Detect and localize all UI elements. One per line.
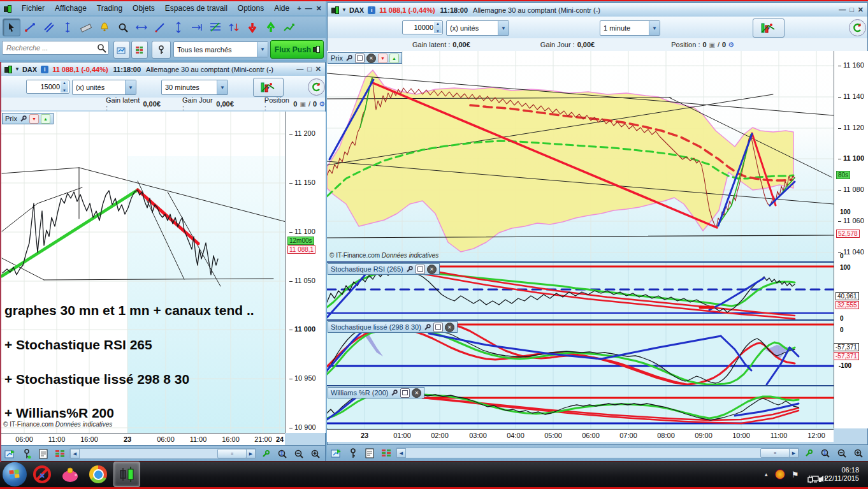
williams-tab[interactable]: Williams %R (200) ✕ xyxy=(328,387,424,398)
chart-style-button[interactable]: ▼ xyxy=(753,18,785,38)
zoom-in-icon[interactable] xyxy=(308,447,322,461)
wrench-icon[interactable] xyxy=(405,265,414,274)
chart-h-scrollbar[interactable]: ◀ ≡ ▶ xyxy=(396,448,799,458)
y-axis-1min[interactable]: 11 16011 14011 12011 10011 08011 06011 0… xyxy=(834,51,868,428)
scroll-left-icon[interactable]: ◀ xyxy=(396,448,406,458)
cursor-tool-button[interactable] xyxy=(3,18,20,36)
info-icon[interactable]: i xyxy=(41,66,48,73)
workspace-list-button[interactable] xyxy=(113,41,130,59)
buy-icon[interactable]: ▲ xyxy=(41,114,50,124)
settings-wrench-icon[interactable] xyxy=(802,446,816,460)
close-icon[interactable]: ✕ xyxy=(445,323,454,332)
parallel-lines-tool-button[interactable] xyxy=(41,19,57,36)
decrement-icon[interactable]: ▼ xyxy=(434,29,442,33)
scrollbar-thumb[interactable]: ≡ xyxy=(217,449,247,458)
key-filter-button[interactable]: ▼ xyxy=(152,41,171,59)
settings-wrench-icon[interactable] xyxy=(259,447,273,461)
zoom-tool-button[interactable] xyxy=(115,19,131,36)
panel-separator[interactable] xyxy=(327,385,834,386)
menu-options[interactable]: Options xyxy=(238,4,264,13)
close-icon[interactable]: ✕ xyxy=(366,54,376,63)
key-icon[interactable] xyxy=(20,447,34,461)
quantity-stepper[interactable]: 15000▲▼ xyxy=(26,80,69,94)
prix-tab[interactable]: Prix ▼ ▲ xyxy=(2,113,54,124)
detach-window-icon[interactable] xyxy=(355,54,365,63)
stoch-rsi-tab[interactable]: Stochastique RSI (265) ✕ xyxy=(328,263,440,275)
close-icon[interactable]: ✕ xyxy=(315,65,321,73)
search-icon[interactable] xyxy=(97,43,107,54)
updown-arrows-tool-button[interactable] xyxy=(226,19,242,36)
panel-separator[interactable] xyxy=(327,261,834,263)
quantity-stepper[interactable]: 10000▲▼ xyxy=(402,20,443,34)
gear-icon[interactable]: ⚙ xyxy=(728,41,734,49)
close-icon[interactable]: ✕ xyxy=(858,6,864,14)
wrench-icon[interactable] xyxy=(423,323,431,332)
sell-icon[interactable]: ▼ xyxy=(378,54,387,63)
fibonacci-tool-button[interactable] xyxy=(207,19,224,36)
segment-tool-button[interactable] xyxy=(152,19,168,36)
horizontal-extend-tool-button[interactable] xyxy=(133,19,150,36)
trendline-tool-button[interactable] xyxy=(22,19,39,36)
export-chart-icon[interactable] xyxy=(3,447,17,461)
add-quotelist-button[interactable] xyxy=(131,41,148,59)
info-icon[interactable]: i xyxy=(368,6,375,14)
clock[interactable]: 06:1822/11/2015 xyxy=(825,466,859,483)
gear-icon[interactable]: ⚙ xyxy=(319,100,325,108)
action-center-flag-icon[interactable]: ⚑ xyxy=(792,470,799,479)
zoom-in-icon[interactable] xyxy=(851,446,865,460)
wrench-icon[interactable] xyxy=(19,115,27,123)
wrench-icon[interactable] xyxy=(390,389,398,397)
chart-style-button[interactable]: ▼ xyxy=(253,78,284,97)
menu-espaces[interactable]: Espaces de travail xyxy=(165,4,228,13)
tray-expand-icon[interactable]: ▲ xyxy=(763,472,769,478)
taskbar-app-2[interactable] xyxy=(57,462,83,486)
menu-trading[interactable]: Trading xyxy=(97,4,122,13)
prix-tab[interactable]: Prix ✕ ▼ ▲ xyxy=(328,52,402,64)
start-button[interactable] xyxy=(3,462,27,486)
chart-h-scrollbar[interactable]: ◀ ≡ ▶ xyxy=(69,448,256,459)
export-chart-icon[interactable] xyxy=(329,446,344,460)
maximize-icon[interactable]: □ xyxy=(850,6,854,14)
detach-window-icon[interactable] xyxy=(433,323,443,332)
buy-icon[interactable]: ▲ xyxy=(389,54,399,63)
increment-icon[interactable]: ▲ xyxy=(61,81,68,85)
tray-app-icon[interactable] xyxy=(775,469,785,479)
unit-dropdown[interactable]: (x) unités▼ xyxy=(446,20,509,36)
wrench-icon[interactable] xyxy=(345,54,353,62)
decrement-icon[interactable]: ▼ xyxy=(61,89,68,92)
x-axis-1min[interactable]: 2301:0002:0003:0004:0005:0006:0007:0008:… xyxy=(327,429,834,442)
taskbar-app-chrome[interactable] xyxy=(85,462,111,486)
stoch-lisse-tab[interactable]: Stochastique lissé (298 8 30) ✕ xyxy=(328,321,458,333)
menu-objets[interactable]: Objets xyxy=(133,4,155,13)
panel-separator[interactable] xyxy=(327,319,834,321)
position-close-icon[interactable]: ▣ xyxy=(300,101,305,108)
minimize-icon[interactable]: — xyxy=(296,65,303,73)
y-axis-30min[interactable]: 11 20011 15011 10011 05011 00010 95010 9… xyxy=(285,112,326,433)
scroll-left-icon[interactable]: ◀ xyxy=(70,449,80,458)
zoom-fit-icon[interactable] xyxy=(275,447,289,461)
sell-icon[interactable]: ▼ xyxy=(29,114,39,124)
close-icon[interactable]: ✕ xyxy=(427,265,437,274)
menu-fichier[interactable]: Fichier xyxy=(22,4,45,13)
market-filter-dropdown[interactable]: Tous les marchés▼ xyxy=(173,41,268,57)
flux-push-button[interactable]: Flux Push xyxy=(270,40,324,59)
zoom-out-icon[interactable] xyxy=(835,446,849,460)
zoom-fit-icon[interactable] xyxy=(818,446,832,460)
menu-affichage[interactable]: Affichage xyxy=(55,4,87,13)
chart-window-titlebar[interactable]: ▼ DAX i 11 088,1 (-0,44%) 11:18:00 Allem… xyxy=(328,3,867,17)
minimize-icon[interactable]: — xyxy=(305,4,312,13)
chart-window-titlebar[interactable]: ▼ DAX i 11 088,1 (-0,44%) 11:18:00 Allem… xyxy=(1,62,325,77)
scrollbar-thumb[interactable]: ≡ xyxy=(760,448,790,458)
maximize-icon[interactable]: □ xyxy=(307,65,312,73)
arrow-line-tool-button[interactable] xyxy=(189,19,205,36)
timeframe-dropdown[interactable]: 1 minute▼ xyxy=(600,20,660,36)
zoom-out-icon[interactable] xyxy=(292,447,306,461)
chevron-down-icon[interactable]: ▼ xyxy=(15,66,20,72)
key-icon[interactable] xyxy=(346,446,360,460)
unit-dropdown[interactable]: (x) unités▼ xyxy=(72,80,136,95)
alert-bell-button[interactable] xyxy=(96,19,113,36)
buy-arrow-button[interactable] xyxy=(263,19,279,36)
position-close-icon[interactable]: ▣ xyxy=(709,41,715,48)
refresh-icon[interactable] xyxy=(849,19,866,36)
sell-arrow-button[interactable] xyxy=(244,19,261,36)
